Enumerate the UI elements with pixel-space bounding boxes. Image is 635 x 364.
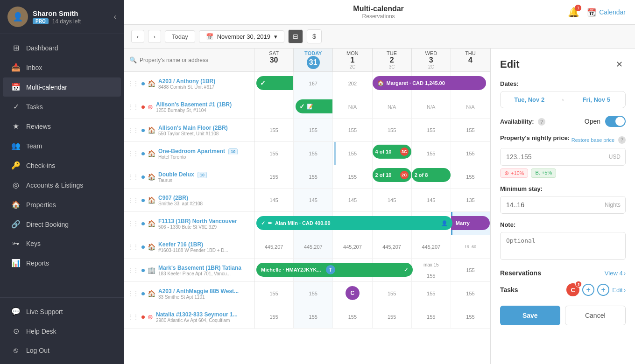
day-cell[interactable]: 135 (451, 189, 490, 211)
day-cell[interactable]: 155 (451, 165, 490, 188)
next-button[interactable]: › (148, 30, 161, 43)
property-cell[interactable]: ⋮⋮ 🏠 F1113 (1BR) North Vancouver 506 - 1… (124, 212, 254, 235)
sidebar-item-log-out[interactable]: ⎋ Log Out (3, 341, 121, 360)
day-cell[interactable]: 155 (451, 142, 490, 165)
grid-view-button[interactable]: ⊟ (288, 29, 303, 43)
cancel-button[interactable]: Cancel (565, 306, 626, 325)
drag-handle[interactable]: ⋮⋮ (127, 267, 139, 273)
availability-toggle[interactable] (605, 116, 626, 127)
sidebar-item-reports[interactable]: 📊 Reports (3, 253, 121, 273)
drag-handle[interactable]: ⋮⋮ (127, 290, 139, 297)
sidebar-item-multi-calendar[interactable]: 📅 Multi-calendar (3, 77, 121, 97)
sidebar-item-help-desk[interactable]: ⊙ Help Desk (3, 322, 121, 341)
day-cell[interactable]: ✓ ✏ Alan Miln · CAD 400.00 👤 (254, 212, 294, 235)
end-date[interactable]: Fri, Nov 5 (568, 91, 626, 108)
day-cell[interactable]: 155 (412, 119, 451, 141)
day-cell[interactable]: 🏠 Margaret · CAD 1,245.00 (373, 72, 412, 95)
drag-handle[interactable]: ⋮⋮ (127, 127, 139, 133)
search-input[interactable] (140, 57, 248, 63)
day-cell[interactable]: 445,207 (254, 235, 294, 258)
day-cell[interactable]: 155 (333, 305, 372, 328)
dollar-view-button[interactable]: $ (307, 29, 322, 43)
property-cell[interactable]: ⋮⋮ 🏠 Double Delux 10 Taurus (124, 165, 254, 189)
drag-handle[interactable]: ⋮⋮ (127, 80, 139, 87)
view-reservations-link[interactable]: View 4 › (605, 270, 626, 277)
drag-handle[interactable]: ⋮⋮ (127, 220, 139, 227)
day-cell[interactable]: 445,207 (412, 235, 451, 258)
collapse-icon[interactable]: ‹ (114, 13, 116, 21)
day-cell[interactable]: 145 (373, 189, 412, 211)
drag-handle[interactable]: ⋮⋮ (127, 104, 139, 110)
day-cell[interactable]: 155 (412, 142, 451, 165)
property-search-col[interactable]: 🔍 (124, 49, 254, 71)
day-cell[interactable]: 202 (333, 72, 372, 95)
sidebar-item-keys[interactable]: 🗝 Keys (3, 234, 121, 253)
day-cell[interactable]: N/A (373, 95, 412, 118)
day-cell[interactable]: 145 (412, 189, 451, 211)
day-cell[interactable]: 2 of 10 2C (373, 165, 412, 188)
day-cell[interactable]: N/A (412, 95, 451, 118)
day-cell[interactable]: ✓ (254, 72, 294, 95)
sidebar-item-reviews[interactable]: ★ Reviews (3, 117, 121, 136)
day-cell[interactable]: 155 (333, 119, 372, 141)
day-cell[interactable]: 155 (451, 282, 490, 305)
day-cell[interactable]: 445,207 (294, 235, 333, 258)
sidebar-item-team[interactable]: 👥 Team (3, 136, 121, 155)
sidebar-item-direct-booking[interactable]: 🔗 Direct Booking (3, 215, 121, 234)
property-cell[interactable]: ⋮⋮ ⊛ Natalia #1302-833 Seymour 1... 2980… (124, 305, 254, 329)
drag-handle[interactable]: ⋮⋮ (127, 197, 139, 203)
day-cell[interactable]: 155 (254, 282, 294, 305)
day-cell[interactable]: 155 (294, 142, 333, 165)
day-cell[interactable]: 155 (254, 305, 294, 328)
save-button[interactable]: Save (500, 306, 560, 325)
day-cell[interactable]: 155 (373, 282, 412, 305)
start-date[interactable]: Tue, Nov 2 (501, 91, 558, 108)
sidebar-item-inbox[interactable]: 📥 Inbox (3, 58, 121, 77)
edit-tasks-link[interactable]: Edit › (612, 287, 626, 294)
day-cell[interactable]: 167 (294, 72, 333, 95)
day-cell[interactable]: 155 (373, 119, 412, 141)
date-picker-button[interactable]: 📅 November 30, 2019 ▾ (199, 30, 284, 43)
property-cell[interactable]: ⋮⋮ 🏠 A203 / Anthony (1BR) 8488 Cornish S… (124, 72, 254, 95)
day-cell[interactable]: 2 of 8 (412, 165, 451, 188)
notification-button[interactable]: 🔔 1 (568, 7, 579, 18)
prev-button[interactable]: ‹ (131, 30, 144, 43)
day-cell[interactable]: 155 (254, 119, 294, 141)
day-cell[interactable]: 155 (412, 305, 451, 328)
day-cell[interactable]: ✓ 📝 (294, 95, 333, 118)
note-input[interactable] (500, 232, 626, 260)
drag-handle[interactable]: ⋮⋮ (127, 150, 139, 157)
day-cell[interactable]: 145 (254, 189, 294, 211)
property-cell[interactable]: ⋮⋮ 🏠 Allison's Main Floor (2BR) 550 Tayl… (124, 119, 254, 142)
sidebar-item-properties[interactable]: 🏠 Properties (3, 195, 121, 214)
close-button[interactable]: ✕ (613, 58, 626, 71)
sidebar-item-accounts-listings[interactable]: ◎ Accounts & Listings (3, 175, 121, 195)
day-cell[interactable]: 155 (451, 305, 490, 328)
day-cell[interactable]: 445,207 (373, 235, 412, 258)
price-input[interactable] (501, 148, 625, 165)
property-cell[interactable]: ⋮⋮ 🏠 C907 (2BR) Smithe 33, apt #2108 (124, 189, 254, 212)
day-cell[interactable]: 155 (254, 165, 294, 188)
property-cell[interactable]: ⋮⋮ 🏠 Keefer 716 (1BR) #1603-1188 W Pende… (124, 235, 254, 259)
price-help-icon[interactable]: ? (618, 136, 626, 144)
help-icon[interactable]: ? (538, 118, 545, 126)
add-task-button[interactable]: + (582, 284, 594, 296)
sidebar-item-live-support[interactable]: 💬 Live Support (3, 302, 121, 321)
calendar-button[interactable]: 📆 Calendar (587, 8, 626, 17)
day-cell[interactable]: 155 (451, 119, 490, 141)
add-task-button-2[interactable]: + (597, 284, 609, 296)
day-cell[interactable]: 155 (294, 282, 333, 305)
day-cell[interactable]: max 15155 (412, 259, 451, 281)
day-cell[interactable]: 445,207 (333, 235, 372, 258)
property-cell[interactable]: ⋮⋮ 🏢 Mark's Basement (1BR) Tatiana 183 K… (124, 259, 254, 282)
day-cell[interactable]: N/A (451, 95, 490, 118)
sidebar-item-dashboard[interactable]: ⊞ Dashboard (3, 38, 121, 57)
day-cell[interactable]: 4 of 10 3C (373, 142, 412, 165)
day-cell[interactable]: 155 (333, 165, 372, 188)
day-cell[interactable]: Michelle · HMAY2JKYK... T ✓ (254, 259, 294, 281)
drag-handle[interactable]: ⋮⋮ (127, 174, 139, 180)
day-cell[interactable]: 155 (294, 165, 333, 188)
day-cell[interactable]: 155 (373, 305, 412, 328)
property-cell[interactable]: ⋮⋮ ⊛ Allison's Basement #1 (1BR) 1250 Bu… (124, 95, 254, 119)
property-cell[interactable]: ⋮⋮ 🏠 One-Bedroom Apartment 10 Hotel Toro… (124, 142, 254, 165)
